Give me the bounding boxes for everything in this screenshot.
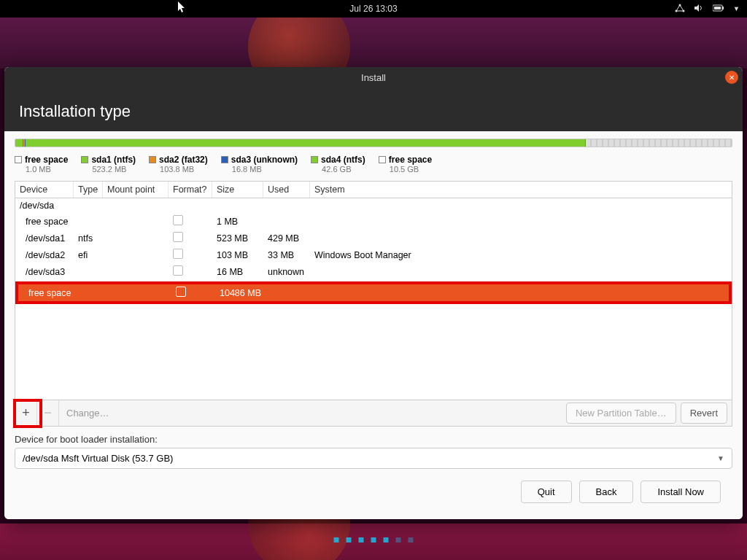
partition-table[interactable]: Device Type Mount point Format? Size Use… <box>15 181 732 400</box>
format-checkbox[interactable] <box>173 215 183 225</box>
table-row[interactable]: free space1 MB <box>15 213 732 230</box>
legend-item: free space1.0 MB <box>15 155 68 174</box>
disk-legend: free space1.0 MBsda1 (ntfs)523.2 MBsda2 … <box>15 155 732 174</box>
new-partition-table-button[interactable]: New Partition Table… <box>566 402 676 424</box>
remove-partition-button: − <box>37 400 59 426</box>
tutorial-highlight-row: free space10486 MB <box>15 281 732 304</box>
boot-loader-label: Device for boot loader installation: <box>15 434 732 445</box>
boot-loader-select[interactable]: /dev/sda Msft Virtual Disk (53.7 GB) ▼ <box>15 448 732 469</box>
chevron-down-icon[interactable]: ▼ <box>733 5 740 12</box>
volume-icon[interactable] <box>694 4 704 15</box>
clock: Jul 26 13:03 <box>349 4 397 14</box>
quit-button[interactable]: Quit <box>521 481 572 503</box>
format-checkbox[interactable] <box>173 232 183 242</box>
table-header: Device Type Mount point Format? Size Use… <box>15 182 732 198</box>
legend-item: free space10.5 GB <box>379 155 432 174</box>
add-partition-button[interactable]: + <box>15 400 37 426</box>
disk-usage-bar <box>15 139 732 147</box>
svg-rect-5 <box>714 7 721 9</box>
install-now-button[interactable]: Install Now <box>640 481 721 503</box>
svg-rect-4 <box>722 7 724 9</box>
cursor-icon <box>178 1 187 15</box>
format-checkbox[interactable] <box>173 249 183 259</box>
legend-item: sda2 (fat32)103.8 MB <box>149 155 208 174</box>
table-row[interactable]: /dev/sda <box>15 198 732 213</box>
format-checkbox[interactable] <box>176 287 186 297</box>
format-checkbox[interactable] <box>173 265 183 276</box>
close-button[interactable] <box>725 71 738 84</box>
battery-icon[interactable] <box>713 4 724 14</box>
table-row[interactable]: free space10486 MB <box>18 284 729 301</box>
partition-toolbar: + − Change… New Partition Table… Revert <box>15 400 732 427</box>
table-row[interactable]: /dev/sda316 MBunknown <box>15 263 732 280</box>
change-partition-button[interactable]: Change… <box>59 408 566 419</box>
installer-window: Install Installation type free space1.0 … <box>4 67 743 519</box>
chevron-down-icon: ▼ <box>717 454 724 462</box>
desktop-background <box>0 18 747 69</box>
network-icon[interactable] <box>675 4 685 15</box>
back-button[interactable]: Back <box>579 481 634 503</box>
window-titlebar: Install <box>4 67 743 88</box>
table-row[interactable]: /dev/sda2efi103 MB33 MBWindows Boot Mana… <box>15 246 732 263</box>
legend-item: sda3 (unknown)16.8 MB <box>221 155 298 174</box>
legend-item: sda1 (ntfs)523.2 MB <box>81 155 136 174</box>
wizard-footer: Quit Back Install Now <box>15 469 732 509</box>
boot-loader-value: /dev/sda Msft Virtual Disk (53.7 GB) <box>23 453 173 464</box>
table-row[interactable]: /dev/sda1ntfs523 MB429 MB <box>15 230 732 246</box>
window-title: Install <box>361 72 386 83</box>
system-top-bar: Jul 26 13:03 ▼ <box>0 0 747 18</box>
legend-item: sda4 (ntfs)42.6 GB <box>311 155 365 174</box>
revert-button[interactable]: Revert <box>681 402 727 424</box>
progress-dots <box>334 537 414 542</box>
page-title: Installation type <box>4 88 743 131</box>
